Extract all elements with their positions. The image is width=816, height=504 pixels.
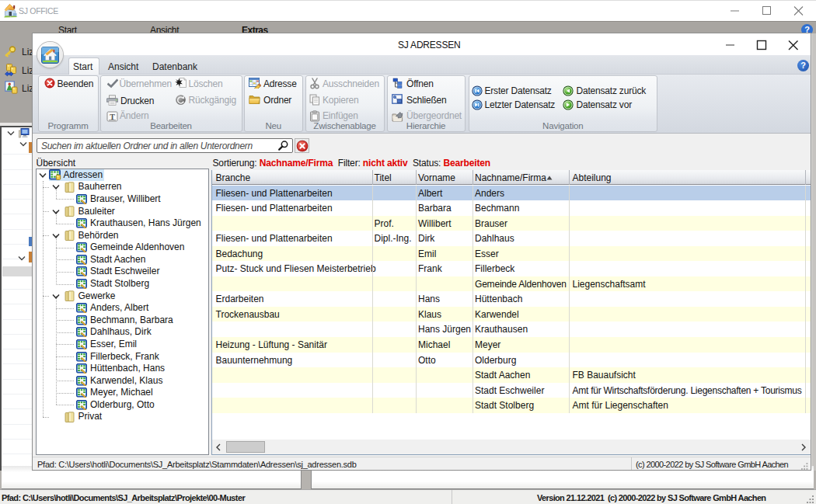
svg-text:T: T bbox=[110, 113, 115, 121]
